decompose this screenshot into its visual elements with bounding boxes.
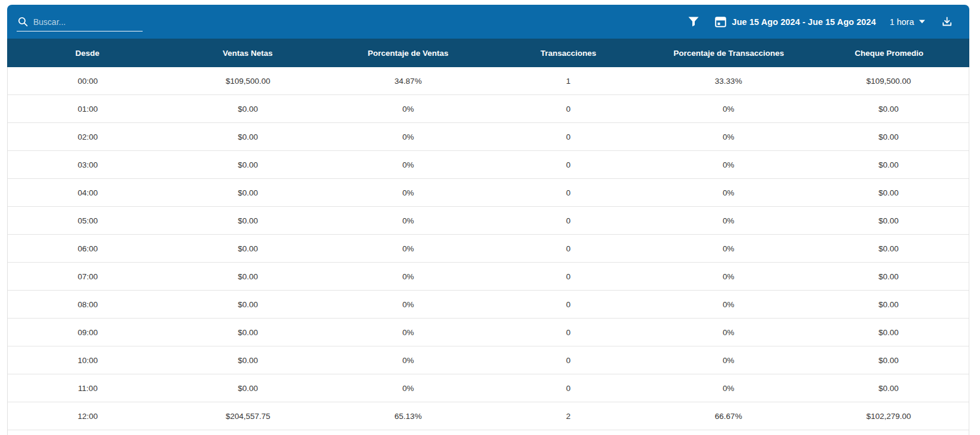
filter-button[interactable]	[688, 17, 699, 27]
table-cell: $109,500.00	[809, 77, 969, 86]
table-cell: 0	[489, 244, 649, 253]
table-row: 11:00$0.000%00%$0.00	[8, 374, 969, 402]
table-cell: $0.00	[168, 133, 329, 141]
table-cell: $0.00	[168, 384, 329, 393]
table-cell: 0%	[648, 356, 809, 365]
table-cell: 0%	[328, 133, 489, 141]
table-row: 08:00$0.000%00%$0.00	[8, 291, 969, 319]
table-cell: 0	[489, 133, 649, 141]
table-cell: 12:00	[8, 412, 168, 421]
table-cell: 2	[489, 412, 649, 421]
column-header[interactable]: Porcentaje de Transacciones	[648, 49, 809, 58]
date-range-picker[interactable]: Jue 15 Ago 2024 - Jue 15 Ago 2024	[715, 16, 875, 27]
search-icon	[18, 17, 28, 27]
table-cell: $0.00	[168, 328, 329, 337]
table-cell: $102,279.00	[809, 412, 969, 421]
table-cell: 0%	[648, 133, 809, 141]
toolbar: Jue 15 Ago 2024 - Jue 15 Ago 2024 1 hora	[7, 5, 969, 39]
table-cell: 0	[489, 384, 649, 393]
table-cell: 07:00	[8, 272, 168, 281]
search-input[interactable]	[33, 17, 141, 27]
table-cell: $0.00	[168, 216, 329, 225]
table-cell: 11:00	[8, 384, 168, 393]
table-cell: 65.13%	[328, 412, 489, 421]
table-cell: $0.00	[809, 188, 969, 197]
table-cell: 05:00	[8, 216, 168, 225]
table-cell: 0%	[328, 272, 489, 281]
table-cell: 08:00	[8, 300, 168, 309]
table-cell: 00:00	[8, 77, 168, 86]
table-cell: $0.00	[168, 188, 329, 197]
table-cell: 1	[489, 77, 649, 86]
table-cell: 0%	[328, 328, 489, 337]
table-header-row: DesdeVentas NetasPorcentaje de VentasTra…	[7, 39, 969, 67]
table-cell: 34.87%	[328, 77, 489, 86]
table-cell: $0.00	[168, 105, 329, 114]
table-cell: 0%	[648, 105, 809, 114]
column-header[interactable]: Ventas Netas	[168, 49, 328, 58]
filter-icon	[688, 17, 699, 27]
table-cell: 0	[489, 216, 649, 225]
calendar-icon	[715, 16, 726, 27]
table-cell: 0	[489, 105, 649, 114]
table-cell: 0%	[648, 216, 809, 225]
search-field[interactable]	[17, 14, 143, 31]
table-cell: 04:00	[8, 188, 168, 197]
column-header[interactable]: Cheque Promedio	[809, 49, 969, 58]
table-cell: 0%	[328, 216, 489, 225]
table-cell: $0.00	[168, 356, 329, 365]
table-cell: 0%	[328, 300, 489, 309]
table-cell: 0%	[328, 105, 489, 114]
table-cell: 0%	[328, 160, 489, 169]
table-cell: $0.00	[168, 244, 329, 253]
table-cell: 0%	[648, 160, 809, 169]
table-row: 07:00$0.000%00%$0.00	[8, 263, 969, 291]
table-cell: $0.00	[809, 272, 969, 281]
table-cell: 0	[489, 188, 649, 197]
table-cell: 0	[489, 160, 649, 169]
interval-dropdown[interactable]: 1 hora	[890, 17, 925, 27]
table-cell: 0%	[648, 272, 809, 281]
table-row: 00:00$109,500.0034.87%133.33%$109,500.00	[8, 67, 969, 95]
table-cell: 0%	[328, 384, 489, 393]
report-card: Jue 15 Ago 2024 - Jue 15 Ago 2024 1 hora	[7, 5, 969, 435]
column-header[interactable]: Desde	[7, 49, 168, 58]
table-cell: 66.67%	[648, 412, 809, 421]
column-header[interactable]: Transacciones	[489, 49, 649, 58]
download-icon	[941, 16, 953, 27]
table-cell: 03:00	[8, 160, 168, 169]
date-range-label: Jue 15 Ago 2024 - Jue 15 Ago 2024	[732, 17, 875, 27]
table-cell: 01:00	[8, 105, 168, 114]
table-cell: $109,500.00	[168, 77, 329, 86]
table-row: 10:00$0.000%00%$0.00	[8, 346, 969, 374]
table-cell: 0%	[328, 244, 489, 253]
download-button[interactable]	[941, 16, 953, 27]
table-cell: 0%	[648, 384, 809, 393]
table-cell: 09:00	[8, 328, 168, 337]
table-cell: $0.00	[809, 328, 969, 337]
table-cell: $0.00	[168, 160, 329, 169]
table-cell: 06:00	[8, 244, 168, 253]
table-cell: $0.00	[168, 300, 329, 309]
table-cell: 0%	[648, 300, 809, 309]
table-cell: 0%	[648, 244, 809, 253]
table-body: 00:00$109,500.0034.87%133.33%$109,500.00…	[7, 67, 969, 435]
table-row-partial	[8, 430, 969, 435]
table-row: 03:00$0.000%00%$0.00	[8, 151, 969, 179]
table-row: 04:00$0.000%00%$0.00	[8, 179, 969, 207]
table-row: 01:00$0.000%00%$0.00	[8, 95, 969, 123]
table-cell: 0%	[648, 328, 809, 337]
table-cell: 02:00	[8, 133, 168, 141]
table-cell: 10:00	[8, 356, 168, 365]
table-row: 02:00$0.000%00%$0.00	[8, 123, 969, 151]
table-cell: $0.00	[809, 160, 969, 169]
interval-label: 1 hora	[890, 17, 914, 27]
table-cell: $0.00	[809, 133, 969, 141]
table-cell: 0%	[648, 188, 809, 197]
column-header[interactable]: Porcentaje de Ventas	[328, 49, 489, 58]
table-cell: 0%	[328, 188, 489, 197]
table-cell: $0.00	[809, 384, 969, 393]
table-cell: 0	[489, 300, 649, 309]
table-row: 12:00$204,557.7565.13%266.67%$102,279.00	[8, 402, 969, 430]
table-cell: $0.00	[809, 300, 969, 309]
